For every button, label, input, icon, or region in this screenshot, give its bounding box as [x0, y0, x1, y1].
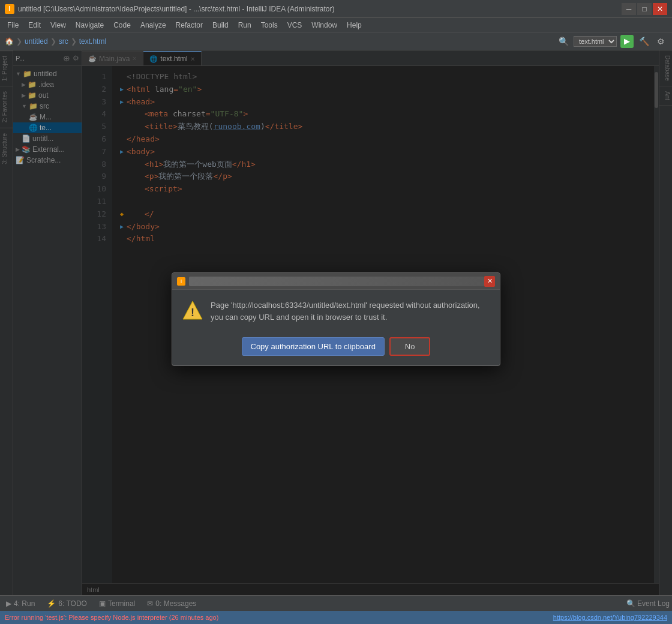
breadcrumb-project[interactable]: untitled: [25, 37, 48, 46]
messages-icon: ✉: [147, 599, 153, 608]
dialog-icon: I: [177, 277, 185, 286]
file-dropdown[interactable]: text.html: [574, 36, 617, 47]
status-link[interactable]: https://blog.csdn.net/Yubing792229344: [553, 614, 667, 621]
todo-label: 6: TODO: [58, 599, 87, 608]
tab-messages[interactable]: ✉ 0: Messages: [143, 598, 200, 609]
dialog-close-button[interactable]: ✕: [484, 276, 495, 287]
breadcrumb-file[interactable]: text.html: [79, 37, 106, 46]
menu-code[interactable]: Code: [109, 20, 136, 31]
event-log[interactable]: 🔍 Event Log: [626, 599, 670, 608]
breadcrumb-sep3: ❯: [71, 37, 77, 46]
search-button[interactable]: 🔍: [557, 35, 570, 48]
todo-icon: ⚡: [47, 599, 56, 608]
breadcrumb-src[interactable]: src: [59, 37, 68, 46]
menu-vcs[interactable]: VCS: [283, 20, 307, 31]
messages-label: 0: Messages: [155, 599, 196, 608]
run-button[interactable]: ▶: [620, 35, 634, 48]
toolbar: 🏠 ❯ untitled ❯ src ❯ text.html 🔍 text.ht…: [0, 32, 672, 50]
status-right: https://blog.csdn.net/Yubing792229344: [553, 614, 667, 621]
terminal-label: Terminal: [108, 599, 135, 608]
app-icon: I: [5, 4, 14, 14]
title-bar-text: untitled [C:\Users\Administrator\IdeaPro…: [18, 5, 622, 13]
dialog-body: ! Page 'http://localhost:63343/untitled/…: [172, 290, 500, 332]
dialog-title-bar: I ✕: [172, 273, 500, 290]
copy-auth-url-button[interactable]: Copy authorization URL to clipboard: [242, 337, 385, 356]
dialog-message: Page 'http://localhost:63343/untitled/te…: [211, 299, 490, 323]
toolbar-right: 🔍 text.html ▶ 🔨 ⚙: [557, 35, 667, 48]
maximize-button[interactable]: □: [637, 3, 652, 15]
menu-navigate[interactable]: Navigate: [71, 20, 109, 31]
dialog-overlay: I ✕ ! Page 'http://localhost:63343/untit…: [0, 50, 672, 595]
title-bar: I untitled [C:\Users\Administrator\IdeaP…: [0, 0, 672, 18]
breadcrumb-sep1: ❯: [16, 37, 22, 46]
menu-tools[interactable]: Tools: [256, 20, 283, 31]
bottom-tabs: ▶ 4: Run ⚡ 6: TODO ▣ Terminal ✉ 0: Messa…: [0, 595, 672, 611]
menu-help[interactable]: Help: [342, 20, 367, 31]
terminal-icon: ▣: [99, 599, 106, 608]
menu-run[interactable]: Run: [233, 20, 256, 31]
breadcrumb-sep2: ❯: [50, 37, 56, 46]
status-bar: Error running 'test.js': Please specify …: [0, 611, 672, 624]
close-button[interactable]: ✕: [653, 3, 667, 15]
dialog-buttons: Copy authorization URL to clipboard No: [172, 332, 500, 365]
warning-icon: !: [182, 299, 203, 321]
dialog-title: [189, 277, 484, 286]
menu-analyze[interactable]: Analyze: [136, 20, 171, 31]
menu-build[interactable]: Build: [208, 20, 233, 31]
tab-todo[interactable]: ⚡ 6: TODO: [43, 598, 91, 609]
run-icon: ▶: [6, 599, 11, 608]
menu-view[interactable]: View: [46, 20, 71, 31]
breadcrumb-home-icon: 🏠: [5, 37, 14, 46]
tab-run[interactable]: ▶ 4: Run: [2, 598, 38, 609]
menu-file[interactable]: File: [2, 20, 23, 31]
menu-edit[interactable]: Edit: [23, 20, 46, 31]
minimize-button[interactable]: ─: [622, 3, 636, 15]
svg-text:!: !: [191, 307, 194, 319]
status-error-text: Error running 'test.js': Please specify …: [5, 614, 218, 621]
window-controls: ─ □ ✕: [622, 3, 667, 15]
settings-button[interactable]: ⚙: [654, 35, 667, 48]
build-button[interactable]: 🔨: [637, 35, 650, 48]
menu-refactor[interactable]: Refactor: [171, 20, 208, 31]
breadcrumb: 🏠 ❯ untitled ❯ src ❯ text.html: [5, 37, 106, 46]
authorization-dialog: I ✕ ! Page 'http://localhost:63343/untit…: [172, 272, 500, 366]
tab-terminal[interactable]: ▣ Terminal: [95, 598, 139, 609]
menu-window[interactable]: Window: [307, 20, 342, 31]
run-label: 4: Run: [14, 599, 35, 608]
menu-bar: File Edit View Navigate Code Analyze Ref…: [0, 18, 672, 32]
no-button[interactable]: No: [389, 337, 431, 356]
